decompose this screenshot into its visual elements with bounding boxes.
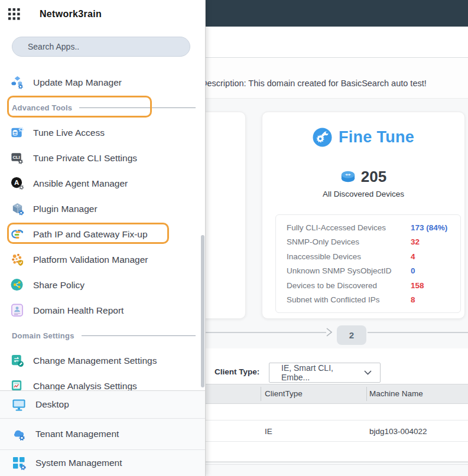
- app-grid-icon[interactable]: [8, 8, 20, 20]
- client-type-label: Client Type:: [214, 367, 259, 376]
- share-policy-icon: [11, 278, 24, 292]
- sidebar-item-label: Plugin Manager: [33, 204, 98, 214]
- cell-machine-name: bjdg103-004022: [369, 426, 427, 435]
- sidebar-item-label: Change Management Settings: [33, 356, 157, 366]
- sidebar-item-path-ip-and-gateway-fix-up[interactable]: Path IP and Gateway Fix-up: [0, 221, 205, 247]
- stat-value[interactable]: 32: [411, 237, 450, 246]
- stat-value[interactable]: 0: [411, 266, 450, 275]
- update-map-manager-icon: [11, 76, 24, 89]
- ansible-agent-icon: A: [11, 177, 24, 190]
- tenant-management-icon: [12, 427, 26, 441]
- sidebar-item-label: Path IP and Gateway Fix-up: [33, 229, 148, 240]
- all-discovered-label: All Discovered Devices: [262, 190, 464, 198]
- device-icon: [340, 170, 356, 184]
- sidebar-item-ansible-agent-manager[interactable]: AAnsible Agent Manager: [0, 171, 205, 196]
- sidebar-header: Network3rain: [0, 0, 205, 30]
- networkbrain-logo: Network3rain: [40, 9, 102, 19]
- table-row[interactable]: IEbjdg103-004022: [206, 420, 468, 442]
- cell-clienttype: IE: [265, 426, 272, 435]
- sidebar-item-domain-health-report[interactable]: Domain Health Report: [0, 298, 205, 323]
- sidebar-item-label: Tune Private CLI Settings: [33, 153, 137, 164]
- sidebar-item-label: Domain Health Report: [33, 305, 124, 316]
- sidebar-item-label: Update Map Manager: [33, 77, 122, 88]
- sidebar-item-label: Tune Live Access: [33, 128, 105, 138]
- sidebar-item-label: Ansible Agent Manager: [33, 178, 128, 189]
- flow-arrow-icon: [326, 327, 333, 337]
- all-discovered-count: 205: [361, 168, 386, 186]
- sidebar-item-label: Tenant Management: [35, 429, 119, 439]
- stat-label: Inaccessible Devices: [287, 252, 411, 261]
- stat-value[interactable]: 158: [411, 281, 450, 290]
- section-header-label: Advanced Tools: [12, 103, 72, 112]
- desktop-icon: [12, 397, 26, 412]
- page-2-button[interactable]: 2: [337, 325, 366, 345]
- stat-value[interactable]: 4: [411, 252, 450, 261]
- svg-text:A: A: [14, 179, 19, 186]
- stat-label: Unknown SNMP SysObjectID: [287, 266, 411, 275]
- section-header-domain-settings: Domain Settings: [0, 323, 205, 348]
- table-header: ClientType Machine Name: [206, 384, 468, 404]
- system-management-icon: [12, 456, 26, 470]
- section-header-advanced-tools: Advanced Tools: [0, 95, 205, 120]
- sidebar-item-share-policy[interactable]: Share Policy: [0, 272, 205, 298]
- domain-description-bar: Description: This domain created for Bas…: [206, 58, 468, 99]
- stat-row: SNMP-Only Devices32: [287, 237, 450, 246]
- stat-row: Subnet with Conflicted IPs8: [287, 295, 450, 304]
- table-footer-strip: [206, 462, 468, 476]
- column-separator: [261, 387, 261, 401]
- fine-tune-title[interactable]: Fine Tune: [262, 128, 464, 147]
- stat-row: Devices to be Discovered158: [287, 281, 450, 290]
- stat-row: Unknown SNMP SysObjectID0: [287, 266, 450, 275]
- client-type-value: IE, Smart CLI, Embe...: [269, 363, 364, 382]
- plugin-manager-icon: [11, 202, 24, 216]
- section-rule: [79, 107, 196, 108]
- sidebar-bottom-panel: DesktopTenant ManagementSystem Managemen…: [0, 390, 205, 476]
- sidebar-item-change-management-settings[interactable]: Change Management Settings: [0, 348, 205, 373]
- change-management-icon: [11, 354, 24, 367]
- column-header-clienttype[interactable]: ClientType: [265, 389, 303, 398]
- app-window: Description: This domain created for Bas…: [0, 0, 468, 476]
- fine-tune-stats-list: Fully CLI-Accessed Devices173 (84%)SNMP-…: [275, 214, 461, 313]
- stat-value[interactable]: 173 (84%): [411, 223, 450, 232]
- sidebar-item-tune-live-access[interactable]: Tune Live Access: [0, 120, 205, 145]
- sidebar-item-platform-validation-manager[interactable]: Platform Validation Manager: [0, 247, 205, 272]
- section-rule: [82, 335, 196, 336]
- stat-label: SNMP-Only Devices: [287, 237, 411, 246]
- chevron-down-icon: [364, 370, 372, 375]
- tune-private-cli-icon: CLI: [11, 151, 24, 165]
- sidebar-item-plugin-manager[interactable]: Plugin Manager: [0, 196, 205, 221]
- stat-value[interactable]: 8: [411, 295, 450, 304]
- sidebar-item-update-map-manager[interactable]: Update Map Manager: [0, 70, 205, 95]
- column-separator: [366, 387, 367, 401]
- column-header-machine-name[interactable]: Machine Name: [369, 389, 423, 398]
- app-launcher-sidebar: Network3rain Update Map ManagerAdvanced …: [0, 0, 206, 476]
- stat-row: Inaccessible Devices4: [287, 252, 450, 261]
- tune-live-access-icon: [11, 126, 24, 139]
- sidebar-item-tune-private-cli-settings[interactable]: CLITune Private CLI Settings: [0, 145, 205, 171]
- fine-tune-label: Fine Tune: [339, 128, 414, 146]
- stat-row: Fully CLI-Accessed Devices173 (84%): [287, 223, 450, 232]
- platform-validation-icon: [11, 253, 24, 266]
- sidebar-item-label: Desktop: [35, 399, 69, 410]
- toolbar-strip: [206, 27, 468, 58]
- svg-text:CLI: CLI: [12, 155, 20, 160]
- flow-line-right: [368, 332, 468, 333]
- stat-label: Devices to be Discovered: [287, 281, 411, 290]
- sidebar-item-label: Share Policy: [33, 280, 84, 291]
- sidebar-scrollbar-thumb[interactable]: [201, 235, 204, 387]
- table-body: IEbjdg103-004022: [206, 404, 468, 462]
- sidebar-item-tenant-management[interactable]: Tenant Management: [0, 419, 205, 450]
- sidebar-item-label: Change Analysis Settings: [33, 381, 137, 392]
- top-header-bar: [206, 0, 468, 27]
- sidebar-item-system-management[interactable]: System Management: [0, 450, 205, 476]
- section-header-label: Domain Settings: [12, 331, 74, 340]
- flow-line-left: [206, 332, 326, 333]
- sidebar-item-label: Platform Validation Manager: [33, 255, 148, 265]
- sidebar-item-desktop[interactable]: Desktop: [0, 391, 205, 419]
- client-type-dropdown[interactable]: IE, Smart CLI, Embe...: [269, 363, 381, 383]
- search-apps-input[interactable]: [28, 37, 183, 56]
- table-row[interactable]: [206, 442, 468, 462]
- stat-label: Fully CLI-Accessed Devices: [287, 223, 411, 232]
- table-row[interactable]: [206, 404, 468, 420]
- path-ip-gateway-icon: [11, 227, 24, 241]
